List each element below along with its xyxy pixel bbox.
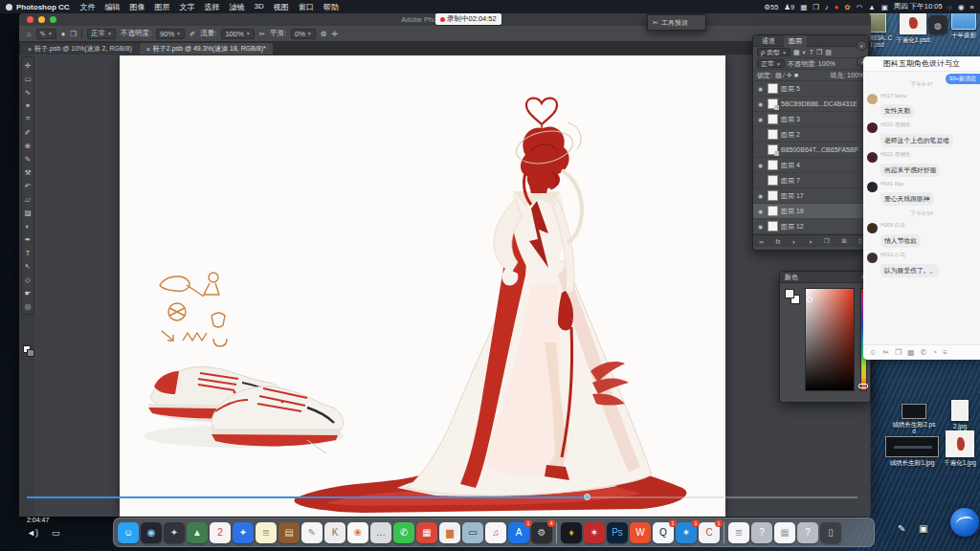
chat-message[interactable]: H017 lance 女性天鹅: [867, 93, 976, 118]
video-progress-knob[interactable]: [584, 494, 590, 500]
gear-icon[interactable]: ⚙55: [764, 3, 778, 11]
link-layers-icon[interactable]: ∞: [759, 238, 764, 245]
magic-wand-tool[interactable]: ✶: [22, 100, 33, 110]
visibility-eye-icon[interactable]: ◉: [756, 192, 765, 199]
menu-item[interactable]: 3D: [255, 2, 264, 12]
menu-item[interactable]: 文字: [180, 2, 195, 12]
collapsed-panel-icon[interactable]: ◐: [857, 40, 867, 51]
pressure-size-icon[interactable]: ✛: [332, 30, 338, 38]
layer-filter-type[interactable]: ρ 类型▼: [757, 48, 791, 56]
avatar[interactable]: [867, 223, 878, 233]
dock-books[interactable]: ▤: [278, 522, 300, 543]
avatar[interactable]: [867, 94, 878, 104]
upload-icon[interactable]: ▲: [868, 3, 875, 11]
avatar[interactable]: [867, 122, 878, 133]
close-tab-icon[interactable]: ×: [28, 46, 32, 53]
layers-tab[interactable]: 图层: [784, 35, 807, 47]
chat-message[interactable]: H041 Ray 爱心天线跟眼神: [867, 181, 976, 206]
visibility-eye-icon[interactable]: ◉: [756, 223, 765, 230]
dock-thunder-burst[interactable]: ✶ 1: [676, 522, 697, 543]
music-icon[interactable]: ♪: [825, 3, 829, 11]
dock-keychain[interactable]: K: [324, 522, 345, 543]
new-layer-icon[interactable]: ⊞: [841, 237, 846, 245]
layer-thumbnail[interactable]: [768, 190, 778, 201]
lock-all-icon[interactable]: ■: [794, 72, 798, 79]
saturation-brightness-field[interactable]: [805, 288, 855, 391]
layer-row[interactable]: ◉ 图层 5: [753, 81, 868, 97]
chat-message[interactable]: H021-墨鲷鱼 老师这个上色的笔是啥: [867, 121, 976, 147]
pawn-icon[interactable]: ♟9: [784, 3, 794, 11]
filter-type-icon[interactable]: T: [810, 49, 813, 56]
hue-slider-marker[interactable]: [858, 384, 868, 388]
dock-finder[interactable]: ☺: [118, 522, 139, 543]
layer-name[interactable]: 图层 12: [781, 222, 804, 231]
lock-paint-icon[interactable]: ∕: [784, 72, 785, 79]
wifi-icon[interactable]: ◠: [857, 3, 863, 11]
dock-itunes[interactable]: ♫: [485, 522, 506, 543]
chat-message-list[interactable]: 下午9:47 H017 lance 女性天鹅 H021-: [863, 76, 980, 344]
more-icon[interactable]: ≡: [943, 348, 947, 357]
visibility-eye-icon[interactable]: ◉: [756, 208, 765, 214]
dock-wechat[interactable]: ✆: [393, 522, 414, 543]
shape-tool[interactable]: ◇: [22, 275, 33, 284]
artboard[interactable]: [120, 55, 725, 517]
spotlight-icon[interactable]: ◌: [948, 3, 952, 11]
dock-red-grid-app[interactable]: ▦: [416, 522, 437, 543]
filter-adjustment-icon[interactable]: ◐: [803, 49, 807, 56]
menu-item[interactable]: 帮助: [323, 2, 339, 12]
move-tool[interactable]: ✛: [22, 60, 33, 70]
chat-message[interactable]: H021-墨鲷鱼 画起来手感好舒服: [867, 151, 976, 177]
eyedropper-tool[interactable]: ✐: [22, 127, 33, 137]
layer-name[interactable]: 图层 4: [781, 161, 800, 170]
layer-group-icon[interactable]: ❐: [824, 237, 830, 245]
subtitle-display-icon[interactable]: ▭: [52, 528, 60, 538]
dock-settings-dark[interactable]: ⚙ 4: [531, 522, 552, 543]
flow-select[interactable]: 100%▼: [221, 29, 254, 39]
dock-messages[interactable]: …: [370, 522, 391, 543]
airbrush-icon[interactable]: ✑: [259, 30, 265, 38]
menu-item[interactable]: 选择: [205, 2, 220, 12]
smoothing-gear-icon[interactable]: ⚙: [321, 30, 327, 38]
document-tab-1[interactable]: × 鞋子.psb @ 10%(速涂 2, RGB/8): [21, 43, 139, 55]
close-tab-icon[interactable]: ×: [146, 46, 150, 53]
dock-safari[interactable]: ✦: [233, 522, 254, 543]
zoom-tool[interactable]: ◎: [22, 301, 33, 311]
volume-icon[interactable]: ◄): [27, 528, 38, 538]
desktop-file-jpg-1[interactable]: 绒绣长生殿1.jpg: [882, 436, 942, 466]
avatar[interactable]: [867, 253, 878, 263]
blur-tool[interactable]: ◐: [22, 221, 33, 231]
layer-row[interactable]: 图层 2: [753, 127, 868, 143]
layer-thumbnail[interactable]: [768, 114, 778, 124]
layer-name[interactable]: 图层 3: [781, 115, 800, 124]
layer-thumbnail[interactable]: ◳: [768, 144, 778, 155]
floating-assistant-ball[interactable]: [950, 508, 979, 537]
layer-opacity[interactable]: 不透明度: 100%: [788, 59, 835, 69]
layer-row[interactable]: 图层 7: [753, 173, 868, 188]
pressure-opacity-icon[interactable]: ✐: [189, 30, 195, 38]
dock-textedit[interactable]: ✎: [301, 522, 323, 543]
dock-photoshop[interactable]: Ps: [607, 522, 628, 543]
canvas-area[interactable]: [34, 55, 869, 517]
crop-tool[interactable]: ⌗: [22, 114, 33, 123]
marquee-tool[interactable]: ▭: [22, 74, 33, 83]
color-panel-tab[interactable]: 颜色: [785, 273, 798, 282]
dock-wps[interactable]: W: [630, 522, 651, 543]
delete-layer-icon[interactable]: ▯: [858, 237, 862, 245]
menu-item[interactable]: 文件: [80, 2, 96, 12]
visibility-eye-icon[interactable]: ◉: [756, 162, 765, 168]
blend-mode-select[interactable]: 正常▼: [87, 29, 116, 39]
document-tab-2[interactable]: × 鞋子2.psb @ 49.3%(速涂 18, RGB/8)*: [140, 43, 273, 55]
layer-row[interactable]: ◉ 图层 4: [753, 158, 868, 173]
layer-row[interactable]: ◉ 图层 3: [753, 112, 868, 127]
desktop-file-psd-3[interactable]: 绒绣长生殿2.psd: [892, 404, 936, 434]
adjustment-layer-icon[interactable]: ◑: [808, 238, 812, 245]
opacity-select[interactable]: 90%▼: [156, 29, 185, 39]
dock-stats[interactable]: ▆: [439, 522, 460, 543]
layer-name[interactable]: B8500B64T...CB65FA5BF: [781, 146, 858, 153]
dock-app-store[interactable]: A 1: [508, 522, 529, 543]
lasso-tool[interactable]: ∿: [22, 87, 33, 97]
dock-trash[interactable]: ▯: [820, 522, 841, 543]
layer-row[interactable]: ◉ 图层 17: [753, 188, 868, 204]
dock-red-star-app[interactable]: ✶: [584, 522, 605, 543]
scissors-icon[interactable]: ✂: [882, 348, 889, 357]
